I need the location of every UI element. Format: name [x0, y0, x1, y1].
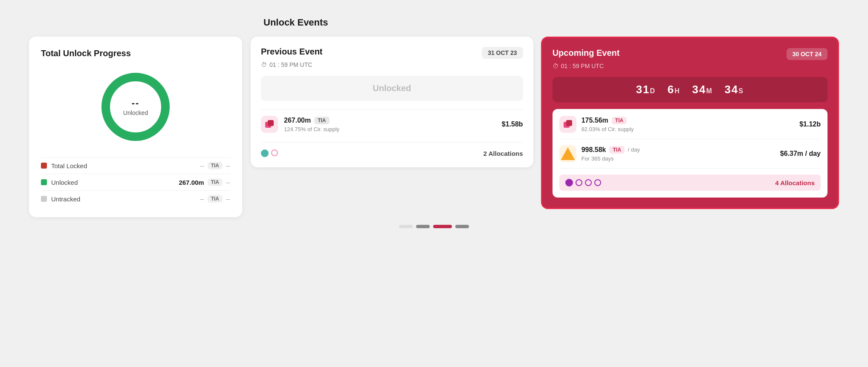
- pag-dot-1[interactable]: [399, 225, 413, 228]
- upcoming-event-header: Upcoming Event 30 OCT 24: [553, 48, 827, 60]
- pag-dot-3[interactable]: [433, 225, 452, 228]
- donut-wrapper: -- Unlocked: [97, 69, 174, 145]
- prev-allocations-row: 2 Allocations: [261, 142, 523, 157]
- upcoming-token-supply-1: 82.03% of Cir. supply: [582, 126, 795, 132]
- upcoming-token-row-2: 998.58k TIA / day For 365 days $6.37m / …: [559, 145, 821, 169]
- legend-dot-unlocked: [41, 179, 47, 185]
- legend-ticker-locked: TIA: [208, 162, 223, 169]
- alloc-dot-teal: [261, 149, 269, 157]
- upcoming-allocations-row: 4 Allocations: [559, 175, 821, 191]
- prev-token-top: 267.00m TIA: [284, 117, 496, 124]
- legend-ticker-unlocked: TIA: [208, 178, 223, 186]
- upcoming-alloc-dot-3: [585, 179, 592, 186]
- countdown-days-unit: D: [650, 87, 656, 95]
- countdown-hours-unit: H: [674, 87, 680, 95]
- upcoming-inner: 175.56m TIA 82.03% of Cir. supply $1.12b: [553, 109, 827, 198]
- upcoming-token-icon-1: [559, 116, 576, 133]
- prev-token-value: $1.58b: [502, 120, 523, 128]
- prev-token-amount: 267.00m: [284, 117, 311, 124]
- alloc-dot-outline: [271, 149, 278, 156]
- upcoming-token-info-2: 998.58k TIA / day For 365 days: [582, 146, 775, 162]
- upcoming-token-svg-1: [563, 119, 573, 129]
- upcoming-allocations-label: 4 Allocations: [775, 179, 815, 186]
- legend-extra-untracked: --: [226, 195, 230, 203]
- countdown-minutes: 34: [692, 83, 706, 96]
- prev-event-time: ⏱ 01 : 59 PM UTC: [261, 61, 523, 68]
- clock-icon-prev: ⏱: [261, 61, 267, 68]
- pagination-dots: [29, 225, 839, 228]
- upcoming-token-amount-1: 175.56m: [582, 117, 608, 124]
- legend-ticker-untracked: TIA: [208, 195, 223, 203]
- upcoming-event-card: Upcoming Event 30 OCT 24 ⏱ 01 : 59 PM UT…: [541, 37, 839, 209]
- upcoming-token-svg-2: [559, 145, 576, 162]
- upcoming-token-icon-2: [559, 145, 576, 162]
- prev-event-title: Previous Event: [261, 47, 323, 57]
- pag-dot-2[interactable]: [416, 225, 430, 228]
- donut-center: -- Unlocked: [123, 97, 148, 116]
- unlock-events-title: Unlock Events: [263, 17, 839, 28]
- svg-rect-3: [268, 120, 274, 126]
- countdown-box: 31D 6H 34M 34S: [553, 77, 827, 102]
- prev-event-time-text: 01 : 59 PM UTC: [269, 61, 312, 68]
- prev-event-date: 31 OCT 23: [482, 47, 523, 59]
- legend-extra-unlocked: --: [226, 179, 230, 186]
- prev-token-info: 267.00m TIA 124.75% of Cir. supply: [284, 117, 496, 132]
- upcoming-token-value-2: $6.37m / day: [780, 150, 821, 158]
- legend-dot-untracked: [41, 196, 47, 202]
- upcoming-event-title: Upcoming Event: [553, 48, 620, 58]
- upcoming-event-time-text: 01 : 59 PM UTC: [561, 63, 604, 69]
- legend-left-locked: Total Locked: [41, 162, 87, 169]
- pag-dot-4[interactable]: [455, 225, 469, 228]
- donut-label: Unlocked: [123, 109, 148, 116]
- countdown-minutes-unit: M: [706, 87, 712, 95]
- donut-container: -- Unlocked: [41, 69, 230, 145]
- legend-row-untracked: Untracked -- TIA --: [41, 190, 230, 207]
- total-unlock-card: Total Unlock Progress -- Unlocked: [29, 37, 242, 217]
- upcoming-event-time: ⏱ 01 : 59 PM UTC: [553, 63, 827, 69]
- countdown-days: 31: [636, 83, 650, 96]
- countdown-seconds: 34: [724, 83, 738, 96]
- legend-name-locked: Total Locked: [51, 162, 87, 169]
- upcoming-token-ticker-2: TIA: [609, 146, 624, 154]
- prev-token-row: 267.00m TIA 124.75% of Cir. supply $1.58…: [261, 109, 523, 139]
- upcoming-alloc-dots: [565, 179, 601, 186]
- legend-left-untracked: Untracked: [41, 195, 80, 203]
- upcoming-token-perday: / day: [628, 146, 640, 153]
- svg-marker-6: [561, 147, 575, 160]
- prev-token-icon: [261, 116, 278, 133]
- upcoming-token-value-1: $1.12b: [799, 120, 821, 128]
- legend-values-untracked: -- TIA --: [200, 195, 230, 203]
- previous-event-card: Previous Event 31 OCT 23 ⏱ 01 : 59 PM UT…: [251, 37, 533, 167]
- prev-alloc-dots: [261, 149, 278, 157]
- prev-event-status: Unlocked: [261, 76, 523, 101]
- upcoming-token-info-1: 175.56m TIA 82.03% of Cir. supply: [582, 117, 795, 132]
- prev-token-supply: 124.75% of Cir. supply: [284, 126, 496, 132]
- legend-values-locked: -- TIA --: [200, 162, 230, 169]
- legend-values-unlocked: 267.00m TIA --: [179, 178, 230, 186]
- prev-event-header: Previous Event 31 OCT 23: [261, 47, 523, 59]
- legend-left-unlocked: Unlocked: [41, 179, 78, 186]
- upcoming-token-amount-2: 998.58k: [582, 146, 606, 154]
- upcoming-alloc-dot-4: [594, 179, 601, 186]
- upcoming-token-row-1: 175.56m TIA 82.03% of Cir. supply $1.12b: [559, 116, 821, 139]
- legend-name-unlocked: Unlocked: [51, 179, 78, 186]
- upcoming-event-date: 30 OCT 24: [787, 48, 827, 60]
- legend-name-untracked: Untracked: [51, 195, 80, 203]
- upcoming-token-ticker-1: TIA: [612, 117, 627, 124]
- page-container: Unlock Events Total Unlock Progress -- U…: [29, 17, 839, 228]
- events-section: Previous Event 31 OCT 23 ⏱ 01 : 59 PM UT…: [251, 37, 839, 209]
- donut-dash: --: [123, 97, 148, 109]
- upcoming-alloc-dot-1: [565, 179, 573, 186]
- total-unlock-title: Total Unlock Progress: [41, 49, 230, 58]
- legend-row-unlocked: Unlocked 267.00m TIA --: [41, 174, 230, 190]
- prev-allocations-label: 2 Allocations: [483, 150, 523, 157]
- clock-icon-upcoming: ⏱: [553, 63, 558, 69]
- upcoming-token-duration: For 365 days: [582, 155, 775, 162]
- legend-row-locked: Total Locked -- TIA --: [41, 157, 230, 174]
- countdown-hours: 6: [668, 83, 674, 96]
- upcoming-alloc-dot-2: [576, 179, 582, 186]
- countdown-seconds-unit: S: [738, 87, 744, 95]
- main-row: Total Unlock Progress -- Unlocked: [29, 37, 839, 217]
- legend-extra-locked: --: [226, 162, 230, 169]
- countdown-text: 31D 6H 34M 34S: [561, 83, 819, 96]
